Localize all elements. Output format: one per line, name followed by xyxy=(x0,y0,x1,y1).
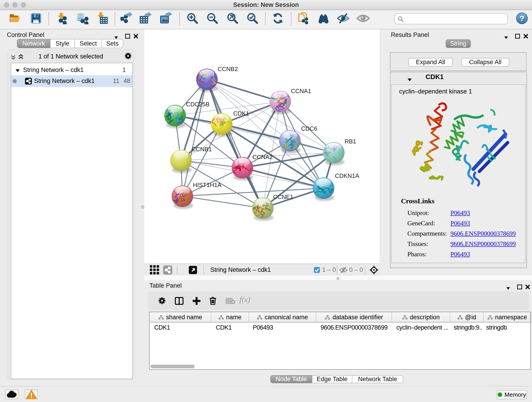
svg-text:CDC25B: CDC25B xyxy=(186,101,210,108)
svg-text:CDC6: CDC6 xyxy=(301,125,317,132)
svg-text:CCNA1: CCNA1 xyxy=(291,88,311,95)
svg-text:CCNE1: CCNE1 xyxy=(273,193,293,200)
svg-text:CDK1: CDK1 xyxy=(233,110,249,117)
svg-text:?: ? xyxy=(520,14,525,23)
svg-text:HIST1H1A: HIST1H1A xyxy=(193,182,222,188)
svg-text:CCNA2: CCNA2 xyxy=(253,153,273,160)
svg-text:CDKN1A: CDKN1A xyxy=(335,172,359,179)
svg-text:CCNB2: CCNB2 xyxy=(218,65,238,72)
svg-text:CCNB1: CCNB1 xyxy=(191,146,212,153)
svg-text:RB1: RB1 xyxy=(345,138,356,145)
